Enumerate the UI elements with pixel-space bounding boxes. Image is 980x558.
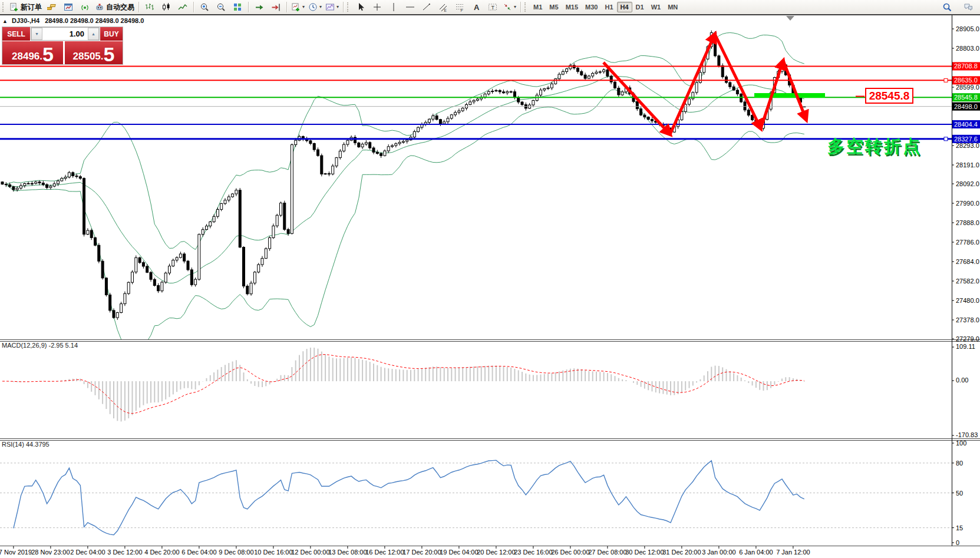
chart-shift-button[interactable] (268, 1, 284, 14)
buy-button[interactable]: BUY (100, 27, 123, 41)
labelT-icon: T (488, 2, 497, 12)
timeframe-button-m30[interactable]: M30 (582, 2, 601, 12)
bar-chart-mode-button[interactable] (141, 1, 158, 14)
toolbar: 新订单自动交易▾▾▾EFAT▾M1M5M15M30H1H4D1W1MN (0, 0, 980, 14)
equidistant-channel-tool-button[interactable]: E (435, 1, 451, 14)
chart-shift-marker[interactable] (786, 16, 794, 21)
chart-window-button[interactable] (60, 1, 77, 14)
templates-button[interactable]: ▾ (324, 1, 341, 14)
volume-input[interactable] (42, 28, 88, 40)
hline-icon (405, 2, 415, 12)
fibonacci-tool-button[interactable]: F (451, 1, 468, 14)
line-handle[interactable] (944, 78, 948, 82)
zigzag-arrow[interactable] (603, 62, 670, 134)
time-axis-label: 13 Dec 08:00 (328, 549, 367, 556)
green-highlight-bar[interactable] (754, 93, 825, 98)
time-axis-label: 19 Dec 04:00 (440, 549, 478, 556)
panel-frame (0, 15, 980, 546)
arrows-tool-button[interactable]: ▾ (501, 1, 518, 14)
candles-icon (161, 2, 171, 12)
time-axis-label: 7 Jan 12:00 (776, 549, 810, 556)
symbol-period-label: DJ30-,H4 (12, 17, 39, 24)
cursor-button[interactable] (352, 1, 369, 14)
price-axis-label: 28599.0 (956, 84, 979, 91)
panel-toggle-icon[interactable]: ▲ (2, 18, 8, 24)
dropdown-caret-icon: ▾ (336, 5, 339, 9)
zigzag-arrow[interactable] (783, 61, 806, 120)
chat-button[interactable] (960, 1, 976, 14)
toolbar-separator (193, 2, 194, 12)
one-click-trade-panel: SELL ▼ ▲ BUY 28496. 5 28505. 5 (2, 27, 123, 65)
new-order-button[interactable]: 新订单 (8, 1, 44, 14)
tile-windows-button[interactable] (229, 1, 246, 14)
timeframe-button-m5[interactable]: M5 (546, 2, 562, 12)
gold-icon (47, 2, 57, 12)
trend-line-tool-button[interactable] (418, 1, 435, 14)
dropdown-caret-icon: ▾ (319, 5, 322, 9)
price-axis-label: 27786.0 (956, 239, 979, 246)
auto-scroll-button[interactable] (251, 1, 268, 14)
timeframe-button-h4[interactable]: H4 (617, 2, 632, 12)
timeframe-button-d1[interactable]: D1 (632, 2, 648, 12)
price-tag-annotation[interactable]: 28545.8 (865, 88, 913, 104)
chart-annotations[interactable] (603, 16, 864, 134)
price-axis-label: 27582.0 (956, 278, 979, 285)
price-scale[interactable]: 28905.028803.028701.028599.028497.028395… (952, 25, 980, 546)
toolbar-separator (248, 2, 249, 12)
time-axis-label: 3 Dec 12:00 (107, 549, 142, 556)
macd-indicator (2, 348, 804, 421)
auto-trading-button[interactable]: 自动交易 (93, 1, 136, 14)
market-watch-button[interactable] (44, 1, 60, 14)
time-scale[interactable]: 27 Nov 201928 Nov 23:002 Dec 04:003 Dec … (0, 546, 810, 556)
time-axis-label: 12 Dec 00:00 (291, 549, 329, 556)
price-axis-label: 27684.0 (956, 258, 979, 265)
svg-text:28498.0: 28498.0 (954, 103, 978, 110)
signals-button[interactable] (77, 1, 93, 14)
price-lines[interactable] (0, 66, 952, 140)
price-axis-label: 27480.0 (956, 297, 979, 304)
zoom-in-button[interactable] (196, 1, 213, 14)
search-button[interactable] (939, 1, 955, 14)
zigzag-arrow[interactable] (670, 34, 715, 134)
text-label-tool-button[interactable]: T (484, 1, 501, 14)
text-tool-button[interactable]: A (468, 1, 484, 14)
timeframe-button-m15[interactable]: M15 (562, 2, 582, 12)
price-axis-label: 27888.0 (956, 219, 979, 226)
line-handle[interactable] (944, 137, 948, 141)
cursor-icon (356, 2, 365, 12)
svg-text:28545.8: 28545.8 (954, 94, 978, 101)
sell-price-big-digit: 5 (42, 46, 54, 62)
toolbar-grip (524, 2, 527, 12)
timeframe-button-h1[interactable]: H1 (601, 2, 616, 12)
volume-decrease-button[interactable]: ▼ (31, 28, 42, 40)
zoom-out-button[interactable] (213, 1, 229, 14)
scroll-icon (255, 2, 264, 12)
indicators-list-button[interactable]: ▾ (289, 1, 306, 14)
periods-button[interactable]: ▾ (306, 1, 324, 14)
chart-canvas: 28905.028803.028701.028599.028497.028395… (0, 0, 980, 558)
bars-icon (145, 2, 154, 12)
line-chart-mode-button[interactable] (174, 1, 191, 14)
toolbar-separator (286, 2, 287, 12)
rsi-axis-label: 15 (956, 524, 963, 531)
horizontal-line-tool-button[interactable] (402, 1, 418, 14)
volume-increase-button[interactable]: ▲ (88, 28, 99, 40)
sell-price[interactable]: 28496. 5 (2, 41, 63, 64)
turning-point-annotation[interactable]: 多空转折点 (827, 135, 922, 159)
crosshair-button[interactable] (369, 1, 385, 14)
time-axis-label: 9 Dec 08:00 (219, 549, 253, 556)
macd-label: MACD(12,26,9) -2.95 5.14 (2, 342, 78, 349)
time-axis-label: 23 Dec 16:00 (514, 549, 552, 556)
candles (1, 31, 806, 320)
vertical-line-tool-button[interactable] (385, 1, 402, 14)
sell-price-main: 28496. (12, 51, 42, 62)
zigzag-arrow[interactable] (715, 34, 761, 128)
candlestick-mode-button[interactable] (158, 1, 174, 14)
timeframe-button-m1[interactable]: M1 (530, 2, 546, 12)
toolbar-separator (343, 2, 344, 12)
timeframe-button-w1[interactable]: W1 (648, 2, 665, 12)
ohlc-readout: 28498.0 28498.0 28498.0 28498.0 (45, 17, 144, 24)
buy-price[interactable]: 28505. 5 (65, 41, 123, 64)
sell-button[interactable]: SELL (2, 27, 30, 41)
timeframe-button-mn[interactable]: MN (664, 2, 681, 12)
